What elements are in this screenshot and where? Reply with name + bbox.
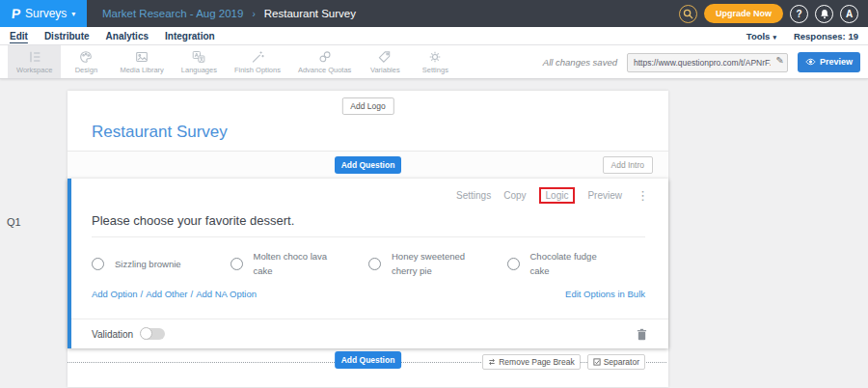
survey-url-input[interactable] xyxy=(627,53,788,72)
tools-menu[interactable]: Tools▾ xyxy=(746,31,776,42)
survey-header-card: Add Logo Restaurant Survey xyxy=(68,91,668,152)
option-label: Molten choco lava cake xyxy=(254,249,333,278)
question-preview-link[interactable]: Preview xyxy=(587,190,622,201)
breadcrumb: Market Research - Aug 2019 › Restaurant … xyxy=(102,8,356,19)
survey-title[interactable]: Restaurant Survey xyxy=(92,123,228,142)
add-intro-button[interactable]: Add Intro xyxy=(603,156,654,174)
option-label: Chocolate fudge cake xyxy=(530,249,610,278)
breadcrumb-separator-icon: › xyxy=(252,9,255,19)
design-icon xyxy=(78,49,94,65)
breadcrumb-parent[interactable]: Market Research - Aug 2019 xyxy=(102,8,243,19)
search-button[interactable] xyxy=(679,5,697,23)
toggle-knob-icon xyxy=(140,327,152,340)
kebab-menu-icon[interactable]: ⋮ xyxy=(637,189,649,202)
toolbar-item-settings[interactable]: Settings xyxy=(410,45,460,78)
question-number-label: Q1 xyxy=(7,216,21,228)
delete-question-button[interactable] xyxy=(637,328,647,341)
nav-tab-integration[interactable]: Integration xyxy=(165,31,215,42)
add-option-link[interactable]: Add Option xyxy=(92,289,138,299)
toolbar-items: Workspace Design Media Library Languages xyxy=(8,45,460,78)
page-break-controls: Remove Page Break Separator xyxy=(482,354,645,370)
finish-options-icon xyxy=(250,49,265,65)
page-break-row: Add Question Remove Page Break Separator xyxy=(68,352,668,381)
surveys-menu-label: Surveys xyxy=(25,7,67,20)
advance-quotas-icon xyxy=(317,49,333,65)
add-question-button-top[interactable]: Add Question xyxy=(335,156,402,174)
answer-option-4[interactable]: Chocolate fudge cake xyxy=(507,249,646,278)
validation-toggle[interactable] xyxy=(141,328,165,340)
nav-right: Tools▾ Responses: 19 xyxy=(746,31,858,42)
validation-label: Validation xyxy=(92,329,133,340)
add-logo-button[interactable]: Add Logo xyxy=(341,97,393,115)
question-settings-link[interactable]: Settings xyxy=(456,190,491,201)
question-card: Settings Copy Logic Preview ⋮ Please cho… xyxy=(68,179,668,348)
option-add-links: Add Option/Add Other/Add NA Option xyxy=(92,289,257,299)
remove-page-break-label: Remove Page Break xyxy=(499,357,574,367)
question-toolbar: Settings Copy Logic Preview ⋮ xyxy=(71,179,668,202)
surveys-menu[interactable]: P Surveys ▾ xyxy=(0,0,87,27)
answer-options: Sizzling brownie Molten choco lava cake … xyxy=(71,237,668,278)
nav-tabs: Edit Distribute Analytics Integration xyxy=(10,31,215,42)
answer-option-2[interactable]: Molten choco lava cake xyxy=(231,249,369,278)
toolbar-item-media-library[interactable]: Media Library xyxy=(111,45,172,78)
question-copy-link[interactable]: Copy xyxy=(503,190,526,201)
answer-option-3[interactable]: Honey sweetened cherry pie xyxy=(368,249,507,278)
option-links-row: Add Option/Add Other/Add NA Option Edit … xyxy=(71,278,668,299)
link-separator: / xyxy=(141,289,144,299)
main-nav: Edit Distribute Analytics Integration To… xyxy=(0,27,868,45)
separator-label: Separator xyxy=(604,357,639,367)
workspace-icon xyxy=(27,49,42,65)
languages-icon xyxy=(191,49,206,65)
toolbar-item-finish-options[interactable]: Finish Options xyxy=(226,45,289,78)
edit-url-icon[interactable]: ✎ xyxy=(776,55,784,66)
toolbar-item-languages[interactable]: Languages xyxy=(173,45,226,78)
media-library-icon xyxy=(134,49,149,65)
survey-canvas: Add Logo Restaurant Survey Add Question … xyxy=(68,91,668,387)
add-question-row: Add Question Add Intro xyxy=(68,152,668,179)
help-button[interactable]: ? xyxy=(790,5,808,23)
nav-tab-distribute[interactable]: Distribute xyxy=(44,31,90,42)
answer-option-1[interactable]: Sizzling brownie xyxy=(92,249,231,278)
toolbar-item-design[interactable]: Design xyxy=(61,45,111,78)
question-logic-link[interactable]: Logic xyxy=(539,187,576,204)
edit-toolbar: Workspace Design Media Library Languages xyxy=(0,45,868,79)
breadcrumb-current: Restaurant Survey xyxy=(264,8,356,19)
tools-label: Tools xyxy=(746,31,771,42)
add-other-link[interactable]: Add Other xyxy=(146,289,187,299)
swap-arrows-icon xyxy=(488,358,496,366)
radio-icon[interactable] xyxy=(507,258,520,270)
remove-page-break-button[interactable]: Remove Page Break xyxy=(482,354,580,370)
add-question-button-bottom[interactable]: Add Question xyxy=(335,351,402,369)
question-text[interactable]: Please choose your favorite dessert. xyxy=(71,202,668,228)
toolbar-item-variables[interactable]: Variables xyxy=(360,45,410,78)
separator-toggle-button[interactable]: Separator xyxy=(587,354,645,370)
survey-workspace: Q1 Add Logo Restaurant Survey Add Questi… xyxy=(0,79,868,387)
radio-icon[interactable] xyxy=(368,258,381,270)
radio-icon[interactable] xyxy=(92,258,104,270)
responses-link[interactable]: Responses: 19 xyxy=(794,31,858,42)
radio-icon[interactable] xyxy=(231,258,243,270)
nav-tab-edit[interactable]: Edit xyxy=(10,31,28,42)
trash-icon xyxy=(637,328,647,341)
add-na-option-link[interactable]: Add NA Option xyxy=(196,289,257,299)
option-label: Honey sweetened cherry pie xyxy=(392,249,471,278)
account-button[interactable]: A xyxy=(840,5,858,23)
edit-options-in-bulk-link[interactable]: Edit Options in Bulk xyxy=(565,289,645,299)
preview-label: Preview xyxy=(820,57,853,67)
nav-tab-analytics[interactable]: Analytics xyxy=(106,31,149,42)
eye-icon xyxy=(805,58,816,66)
variables-icon xyxy=(377,49,393,65)
toolbar-item-advance-quotas[interactable]: Advance Quotas xyxy=(289,45,360,78)
option-label: Sizzling brownie xyxy=(115,257,181,271)
survey-url-box: ✎ xyxy=(627,52,788,72)
upgrade-now-button[interactable]: Upgrade Now xyxy=(704,4,783,23)
questionpro-app: P Surveys ▾ Market Research - Aug 2019 ›… xyxy=(0,0,868,388)
topbar-actions: Upgrade Now ? A xyxy=(679,4,868,23)
notifications-button[interactable] xyxy=(815,5,833,23)
question-footer: Validation xyxy=(71,319,668,348)
link-separator: / xyxy=(191,289,194,299)
chevron-down-icon: ▾ xyxy=(773,34,776,41)
topbar: P Surveys ▾ Market Research - Aug 2019 ›… xyxy=(0,0,868,27)
toolbar-item-workspace[interactable]: Workspace xyxy=(8,45,61,78)
preview-button[interactable]: Preview xyxy=(798,52,860,72)
